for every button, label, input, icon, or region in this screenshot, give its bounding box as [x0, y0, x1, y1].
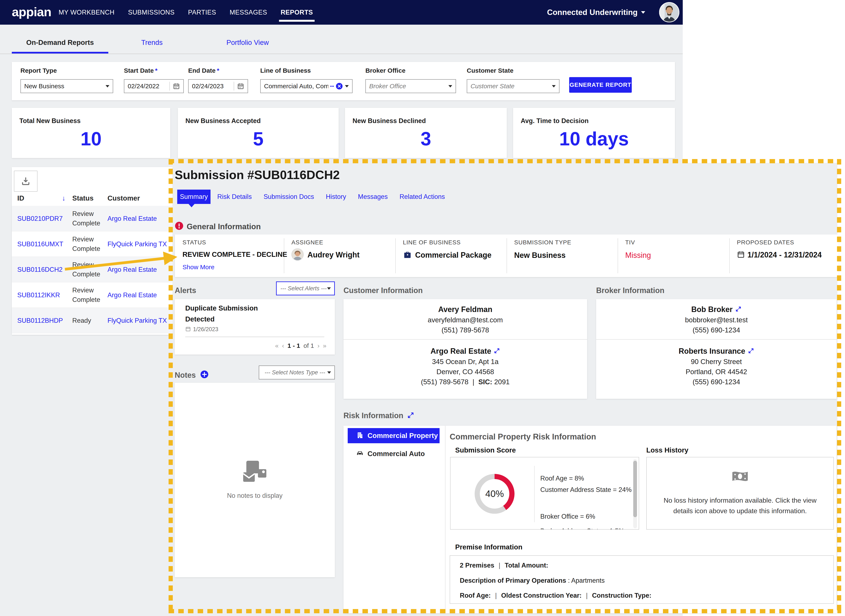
report-type-label: Report Type	[21, 67, 57, 74]
calendar-icon[interactable]	[169, 82, 180, 91]
customer-link[interactable]: Argo Real Estate	[107, 282, 173, 308]
tab-on-demand-reports[interactable]: On-Demand Reports	[12, 33, 108, 52]
customer-link[interactable]: Argo Real Estate	[107, 206, 173, 231]
alert-card: Duplicate Submission Detected 1/26/2023 …	[175, 299, 335, 355]
open-record-icon[interactable]	[735, 306, 742, 313]
select-alerts-dropdown[interactable]: --- Select Alerts ---	[276, 282, 335, 295]
open-record-icon[interactable]	[748, 348, 754, 355]
broker-address2: Portland, OR 44542	[596, 368, 836, 376]
select-alerts-placeholder: --- Select Alerts ---	[280, 285, 327, 292]
appian-logo[interactable]: appian	[12, 4, 51, 19]
customer-state-select[interactable]: Customer State	[467, 79, 559, 93]
filter-bar: Report Type Start Date* End Date* Line o…	[12, 62, 675, 100]
status-label: STATUS	[182, 239, 206, 246]
submission-type-label: SUBMISSION TYPE	[514, 239, 571, 246]
assignee-avatar	[292, 248, 304, 261]
alert-exclamation-icon	[175, 221, 183, 230]
lob-tab-commercial-property[interactable]: Commercial Property	[348, 428, 440, 443]
customer-phone-sic: (551) 789-5678 | SIC: 2091	[343, 378, 587, 386]
detail-tab-history[interactable]: History	[326, 193, 346, 201]
line-of-business-value: Commercial Package	[415, 251, 491, 260]
divider	[534, 466, 535, 522]
download-button[interactable]	[14, 171, 38, 192]
assignee-label: ASSIGNEE	[292, 239, 323, 246]
lob-tab-commercial-auto[interactable]: Commercial Auto	[348, 447, 440, 460]
report-type-select[interactable]: New Business	[21, 79, 113, 93]
end-date-input[interactable]: 02/24/2023	[188, 79, 248, 93]
submission-id-link[interactable]: SUB0210PDR7	[17, 206, 68, 231]
broker-email: bobbroker@test.test	[596, 316, 836, 324]
select-notes-type-dropdown[interactable]: --- Select Notes Type ---	[259, 365, 335, 380]
col-header-status[interactable]: Status	[72, 194, 94, 202]
nav-item-my-workbench[interactable]: MY WORKBENCH	[59, 9, 114, 16]
clear-selection-icon[interactable]	[336, 82, 343, 90]
column-divider	[506, 238, 507, 273]
detail-tab-risk-details[interactable]: Risk Details	[217, 193, 252, 201]
status-cell: Review Complete	[72, 282, 105, 308]
building-icon	[356, 431, 364, 440]
submission-id-link[interactable]: SUB0112BHDP	[17, 308, 68, 333]
pagination-next[interactable]: ›	[317, 342, 320, 349]
table-row: SUB0210PDR7 Review Complete Argo Real Es…	[12, 206, 175, 231]
pagination-prev[interactable]: ‹	[282, 342, 284, 349]
broker-company-link[interactable]: Roberts Insurance	[679, 347, 745, 356]
submission-score-box: 40% Roof Age = 8% Customer Address State…	[450, 457, 639, 529]
notes-card: No notes to display	[175, 383, 335, 577]
submission-id-link[interactable]: SUB0112IKKR	[17, 282, 68, 308]
open-record-icon[interactable]	[494, 348, 500, 355]
nav-item-submissions[interactable]: SUBMISSIONS	[128, 9, 175, 16]
customer-link[interactable]: FlyQuick Parking TX	[107, 308, 173, 333]
broker-information-card: Bob Broker bobbroker@test.test (555) 690…	[596, 299, 836, 399]
expand-risk-icon[interactable]	[407, 412, 414, 419]
detail-tabs: Risk Details Submission Docs History Mes…	[217, 189, 445, 204]
add-note-button[interactable]	[200, 370, 208, 380]
calendar-icon[interactable]	[234, 82, 244, 91]
workspace-switcher[interactable]: Connected Underwriting	[547, 0, 645, 25]
screen: appian MY WORKBENCH SUBMISSIONS PARTIES …	[0, 0, 845, 616]
risk-information-heading: Risk Information	[343, 411, 403, 420]
highlight-border-right	[837, 159, 841, 613]
tab-portfolio-view[interactable]: Portfolio View	[213, 33, 282, 52]
pagination-range: 1 - 1	[288, 342, 300, 349]
col-header-id[interactable]: ID	[17, 194, 24, 202]
detail-tab-related-actions[interactable]: Related Actions	[399, 193, 445, 201]
detail-tab-summary[interactable]: Summary	[177, 189, 211, 204]
line-of-business-multiselect[interactable]: Commercial Auto, Comm •••	[260, 79, 352, 93]
generate-report-button[interactable]: GENERATE REPORT	[569, 77, 632, 93]
broker-contact-link[interactable]: Bob Broker	[691, 305, 732, 314]
tab-label: Trends	[141, 38, 163, 47]
alert-title-line1: Duplicate Submission	[185, 304, 258, 312]
start-date-input[interactable]: 02/24/2022	[124, 79, 184, 93]
user-avatar[interactable]	[659, 2, 679, 22]
sort-descending-icon[interactable]: ↓	[62, 194, 66, 202]
customer-company-link[interactable]: Argo Real Estate	[430, 347, 491, 356]
briefcase-icon	[403, 250, 412, 260]
loss-history-box: No loss history information available. C…	[646, 457, 834, 529]
lob-tab-label: Commercial Property	[368, 432, 438, 440]
end-date-label: End Date*	[188, 67, 219, 74]
submission-title: Submission #SUB0116DCH2	[175, 168, 340, 182]
tab-trends[interactable]: Trends	[118, 33, 186, 52]
broker-office-select[interactable]: Broker Office	[365, 79, 456, 93]
tab-bar-divider	[0, 54, 683, 54]
col-header-customer[interactable]: Customer	[107, 194, 140, 202]
kpi-value: 5	[178, 128, 339, 150]
scrollbar-thumb[interactable]	[633, 461, 637, 517]
detail-tab-submission-docs[interactable]: Submission Docs	[264, 193, 314, 201]
broker-company-phone: (555) 690-1234	[596, 378, 836, 386]
nav-item-reports[interactable]: REPORTS	[281, 9, 313, 16]
alert-date: 1/26/2023	[193, 326, 218, 333]
line-of-business-label: LINE OF BUSINESS	[403, 239, 461, 246]
premise-information-box: 2 Premises | Total Amount: Description o…	[450, 555, 834, 604]
status-cell: Ready	[72, 308, 105, 333]
broker-office-placeholder: Broker Office	[369, 82, 449, 90]
nav-item-parties[interactable]: PARTIES	[188, 9, 216, 16]
risk-information-card: Commercial Property Commercial Auto Comm…	[343, 426, 836, 613]
kpi-total-new-business: Total New Business 10	[12, 108, 170, 158]
calendar-icon	[737, 251, 745, 259]
detail-tab-messages[interactable]: Messages	[358, 193, 388, 201]
pagination-first[interactable]: «	[275, 342, 279, 349]
premise-row-counts: 2 Premises | Total Amount:	[460, 562, 548, 569]
nav-item-messages[interactable]: MESSAGES	[230, 9, 267, 16]
pagination-last[interactable]: »	[323, 342, 326, 349]
